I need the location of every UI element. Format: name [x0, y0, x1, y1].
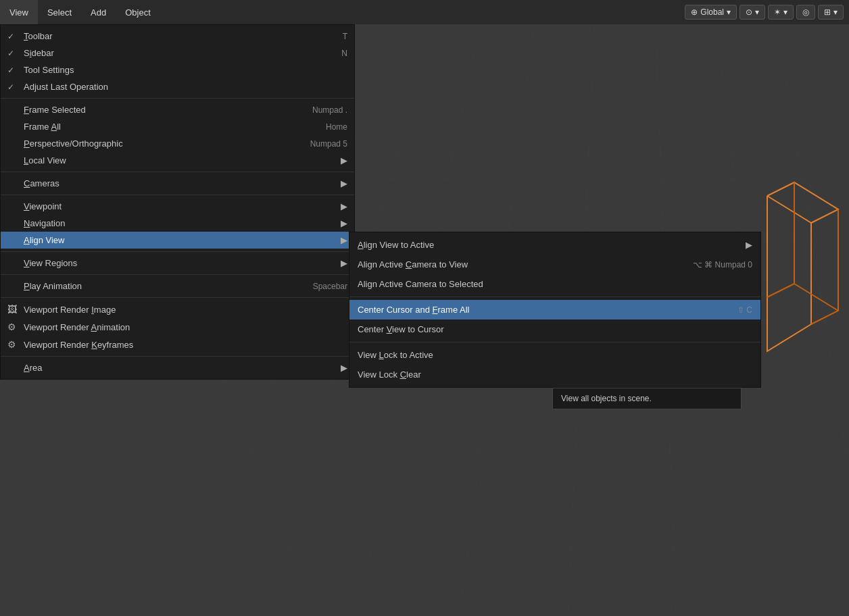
separator-2: [1, 172, 354, 172]
tooltip-text: View all objects in scene.: [561, 394, 652, 403]
view-regions-label: View Regions: [24, 258, 341, 268]
snapping-icon: ✶: [774, 7, 781, 17]
check-icon-toolbar: ✓: [7, 32, 21, 41]
play-animation-shortcut: Spacebar: [313, 282, 347, 291]
frame-selected-shortcut: Numpad .: [312, 105, 347, 115]
menu-item-view-regions[interactable]: View Regions ▶: [1, 255, 354, 272]
menu-item-play-animation[interactable]: Play Animation Spacebar: [1, 278, 354, 294]
submenu-item-align-camera-to-view[interactable]: Align Active Camera to View ⌥ ⌘ Numpad 0: [349, 255, 760, 274]
align-view-label: Align View: [24, 235, 341, 245]
menu-item-viewport-render-animation[interactable]: ⚙ Viewport Render Animation: [1, 318, 354, 336]
menu-item-tool-settings[interactable]: ✓ Tool Settings: [1, 61, 354, 78]
play-animation-label: Play Animation: [24, 281, 313, 291]
center-cursor-shortcut: ⇧ C: [737, 305, 752, 315]
navigation-arrow: ▶: [341, 218, 347, 228]
chevron-down-icon: ▾: [727, 7, 731, 17]
view-lock-active-label: View Lock to Active: [358, 350, 752, 360]
navigation-label: Navigation: [24, 218, 341, 228]
menu-item-frame-all[interactable]: Frame All Home: [1, 118, 354, 135]
separator-6: [1, 297, 354, 298]
separator-7: [1, 356, 354, 357]
align-camera-to-view-shortcut: ⌥ ⌘ Numpad 0: [693, 260, 752, 270]
viewport-render-image-label: Viewport Render Image: [24, 305, 347, 315]
align-view-to-active-label: Align View to Active: [358, 240, 740, 250]
submenu-item-center-view[interactable]: Center View to Cursor: [349, 319, 760, 339]
menu-object[interactable]: Object: [116, 0, 160, 24]
viewpoint-label: Viewpoint: [24, 201, 341, 211]
align-view-to-active-arrow: ▶: [746, 240, 752, 250]
adjust-last-label: Adjust Last Operation: [24, 82, 347, 92]
separator-1: [1, 98, 354, 99]
menu-item-cameras[interactable]: Cameras ▶: [1, 175, 354, 192]
menu-add[interactable]: Add: [81, 0, 116, 24]
viewpoint-arrow: ▶: [341, 201, 347, 211]
menu-item-viewport-render-image[interactable]: 🖼 Viewport Render Image: [1, 301, 354, 318]
viewport-render-keyframes-label: Viewport Render Keyframes: [24, 340, 347, 350]
global-transform-button[interactable]: ⊕ Global ▾: [685, 5, 737, 20]
chevron-down-icon2: ▾: [755, 7, 759, 17]
align-view-arrow: ▶: [341, 235, 347, 245]
area-arrow: ▶: [341, 363, 347, 373]
tooltip-view-all-objects: View all objects in scene.: [552, 388, 742, 409]
align-camera-to-selected-label: Align Active Camera to Selected: [358, 279, 752, 289]
persp-ortho-label: Perspective/Orthographic: [24, 138, 310, 149]
viewport-render-keyframes-icon: ⚙: [7, 339, 21, 350]
frame-all-shortcut: Home: [326, 122, 347, 132]
center-cursor-label: Center Cursor and Frame All: [358, 305, 737, 315]
global-label: Global: [700, 7, 724, 17]
local-view-arrow: ▶: [341, 155, 347, 165]
menu-view[interactable]: View: [0, 0, 38, 24]
menu-item-frame-selected[interactable]: Frame Selected Numpad .: [1, 101, 354, 118]
submenu-item-align-view-to-active[interactable]: Align View to Active ▶: [349, 235, 760, 255]
menu-item-navigation[interactable]: Navigation ▶: [1, 215, 354, 232]
transform-icon: ⊕: [691, 7, 698, 17]
center-view-label: Center View to Cursor: [358, 324, 752, 334]
toolbar-label: Toolbar: [24, 31, 343, 41]
snapping-button[interactable]: ✶ ▾: [768, 5, 794, 20]
separator-5: [1, 274, 354, 275]
submenu-separator-2: [349, 342, 760, 342]
menu-item-area[interactable]: Area ▶: [1, 359, 354, 376]
check-icon-tool-settings: ✓: [7, 66, 21, 75]
submenu-separator-1: [349, 297, 760, 297]
view-dropdown-menu: ✓ Toolbar T ✓ Sidebar N ✓ Tool Settings …: [0, 24, 355, 380]
overlay-icon: ⊞: [824, 7, 831, 17]
submenu-item-center-cursor[interactable]: Center Cursor and Frame All ⇧ C: [349, 300, 760, 319]
chevron-down-icon4: ▾: [833, 7, 838, 17]
check-icon-sidebar: ✓: [7, 49, 21, 58]
frame-selected-label: Frame Selected: [24, 105, 312, 115]
align-camera-to-view-label: Align Active Camera to View: [358, 259, 693, 270]
menu-item-align-view[interactable]: Align View ▶ Align View to Active ▶ Alig…: [1, 232, 354, 249]
menu-item-adjust-last[interactable]: ✓ Adjust Last Operation: [1, 78, 354, 95]
origin-button[interactable]: ⊙ ▾: [739, 5, 765, 20]
view-regions-arrow: ▶: [341, 258, 347, 268]
cameras-arrow: ▶: [341, 178, 347, 188]
menu-select[interactable]: Select: [38, 0, 81, 24]
menu-item-persp-ortho[interactable]: Perspective/Orthographic Numpad 5: [1, 135, 354, 152]
overlay-button[interactable]: ⊞ ▾: [818, 5, 844, 20]
view-lock-clear-label: View Lock Clear: [358, 369, 752, 380]
topbar-menu: View Select Add Object: [0, 0, 160, 24]
submenu-item-align-camera-to-selected[interactable]: Align Active Camera to Selected: [349, 274, 760, 294]
menu-item-viewport-render-keyframes[interactable]: ⚙ Viewport Render Keyframes: [1, 336, 354, 353]
persp-ortho-shortcut: Numpad 5: [310, 139, 347, 149]
origin-icon: ⊙: [746, 7, 752, 17]
chevron-down-icon3: ▾: [783, 7, 787, 17]
separator-3: [1, 195, 354, 195]
menu-item-sidebar[interactable]: ✓ Sidebar N: [1, 45, 354, 61]
viewport-render-image-icon: 🖼: [7, 304, 21, 315]
check-icon-adjust-last: ✓: [7, 82, 21, 92]
menu-item-viewpoint[interactable]: Viewpoint ▶: [1, 198, 354, 215]
submenu-item-view-lock-active[interactable]: View Lock to Active: [349, 345, 760, 365]
area-label: Area: [24, 363, 341, 373]
topbar-right: ⊕ Global ▾ ⊙ ▾ ✶ ▾ ◎ ⊞ ▾: [685, 5, 849, 20]
cameras-label: Cameras: [24, 178, 341, 188]
menu-item-toolbar[interactable]: ✓ Toolbar T: [1, 28, 354, 45]
tool-settings-label: Tool Settings: [24, 65, 347, 75]
sidebar-label: Sidebar: [24, 48, 341, 58]
submenu-item-view-lock-clear[interactable]: View Lock Clear: [349, 365, 760, 384]
frame-all-label: Frame All: [24, 122, 326, 132]
menu-item-local-view[interactable]: Local View ▶: [1, 152, 354, 169]
proportional-button[interactable]: ◎: [796, 5, 815, 20]
proportional-icon: ◎: [802, 7, 809, 17]
